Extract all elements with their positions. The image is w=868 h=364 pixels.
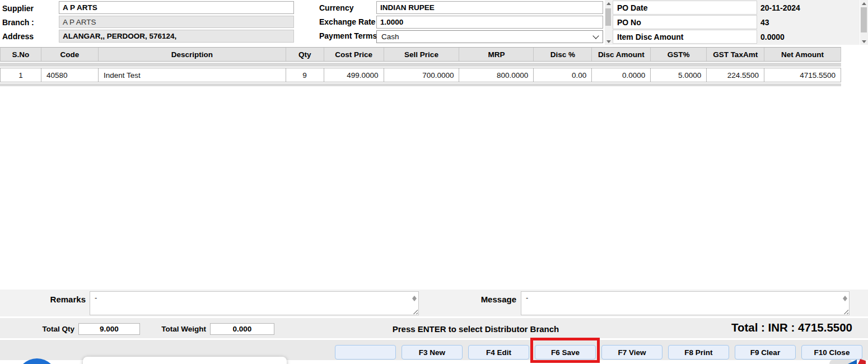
item-disc-amount-value: 0.0000 bbox=[760, 30, 785, 44]
scrollbar-thumb[interactable] bbox=[605, 8, 611, 26]
po-no-value: 43 bbox=[760, 15, 769, 29]
po-date-value: 20-11-2024 bbox=[760, 1, 800, 15]
exchange-rate-value: 1.0000 bbox=[380, 18, 403, 26]
supplier-value: A P ARTS bbox=[63, 3, 97, 12]
table-spacer-bar bbox=[0, 63, 841, 67]
f8-print-button[interactable]: F8 Print bbox=[668, 345, 729, 360]
address-input: ALANGAR,, PERDOOR, 576124, bbox=[59, 30, 294, 43]
cell-gst-pct: 5.0000 bbox=[651, 68, 707, 82]
status-hint: Press ENTER to select Distributor Branch bbox=[348, 324, 603, 334]
items-table: S.No Code Description Qty Cost Price Sel… bbox=[0, 47, 841, 86]
exchange-rate-label: Exchange Rate bbox=[319, 17, 375, 26]
f7-view-button[interactable]: F7 View bbox=[601, 345, 662, 360]
total-weight-input[interactable]: 0.000 bbox=[210, 323, 274, 335]
message-value: - bbox=[526, 293, 528, 302]
blank-button[interactable] bbox=[335, 345, 396, 360]
supplier-label: Supplier bbox=[2, 4, 34, 13]
po-no-row[interactable]: PO No 43 bbox=[613, 15, 856, 29]
col-header-cost-price: Cost Price bbox=[324, 48, 384, 61]
f3-new-button[interactable]: F3 New bbox=[402, 345, 463, 360]
table-header-row: S.No Code Description Qty Cost Price Sel… bbox=[0, 47, 841, 62]
payment-terms-value: Cash bbox=[381, 32, 399, 41]
po-date-label: PO Date bbox=[613, 1, 757, 15]
purchase-order-screen: Supplier A P ARTS Branch : A P ARTS Addr… bbox=[0, 0, 868, 364]
po-no-label: PO No bbox=[613, 15, 757, 29]
f6-save-button[interactable]: F6 Save bbox=[535, 345, 596, 360]
cell-mrp: 800.0000 bbox=[459, 68, 534, 82]
col-header-sno: S.No bbox=[1, 48, 41, 61]
branch-label: Branch : bbox=[2, 18, 34, 27]
address-label: Address bbox=[2, 32, 34, 41]
cell-sno: 1 bbox=[1, 68, 41, 82]
header-scrollbar-left[interactable] bbox=[605, 0, 612, 45]
col-header-description: Description bbox=[99, 48, 286, 61]
spinner-arrows-icon[interactable] bbox=[412, 293, 417, 304]
message-textarea[interactable]: - bbox=[521, 291, 850, 315]
col-header-mrp: MRP bbox=[459, 48, 534, 61]
cell-cost-price: 499.0000 bbox=[324, 68, 384, 82]
scrollbar-thumb[interactable] bbox=[861, 7, 867, 32]
total-qty-value: 9.000 bbox=[100, 325, 119, 333]
col-header-net-amount: Net Amount bbox=[764, 48, 841, 61]
branch-input: A P ARTS bbox=[59, 16, 294, 28]
cell-description: Indent Test bbox=[99, 68, 286, 82]
payment-terms-select[interactable]: Cash bbox=[376, 30, 603, 43]
totals-strip: Total Qty 9.000 Total Weight 0.000 Press… bbox=[0, 318, 868, 338]
spinner-arrows-icon[interactable] bbox=[843, 293, 847, 304]
grand-total: Total : INR : 4715.5500 bbox=[731, 321, 852, 334]
currency-input[interactable]: INDIAN RUPEE bbox=[376, 1, 603, 14]
cell-gst-tax-amt: 224.5500 bbox=[707, 68, 764, 82]
tooltip-card bbox=[83, 357, 287, 364]
col-header-qty: Qty bbox=[286, 48, 324, 61]
currency-value: INDIAN RUPEE bbox=[380, 3, 435, 12]
scroll-up-icon[interactable] bbox=[605, 0, 612, 7]
f4-edit-button[interactable]: F4 Edit bbox=[468, 345, 529, 360]
cell-disc-pct: 0.00 bbox=[534, 68, 592, 82]
cell-sell-price: 700.0000 bbox=[384, 68, 460, 82]
item-disc-amount-label: Item Disc Amount bbox=[613, 30, 757, 44]
payment-terms-label: Payment Terms bbox=[319, 31, 377, 40]
scroll-down-icon[interactable] bbox=[860, 38, 867, 45]
cell-net-amount: 4715.5500 bbox=[764, 68, 841, 82]
col-header-code: Code bbox=[41, 48, 99, 61]
item-disc-amount-row[interactable]: Item Disc Amount 0.0000 bbox=[613, 30, 856, 44]
message-label: Message bbox=[426, 295, 516, 304]
resize-handle-icon[interactable] bbox=[412, 309, 418, 314]
po-header-pane: PO Date 20-11-2024 PO No 43 Item Disc Am… bbox=[612, 0, 860, 45]
total-qty-label: Total Qty bbox=[32, 325, 74, 333]
cell-code: 40580 bbox=[41, 68, 99, 82]
col-header-gst-tax-amt: GST TaxAmt bbox=[707, 48, 764, 61]
address-value: ALANGAR,, PERDOOR, 576124, bbox=[63, 32, 176, 40]
col-header-disc-pct: Disc % bbox=[534, 48, 592, 61]
supplier-input[interactable]: A P ARTS bbox=[59, 1, 294, 14]
header-scrollbar-right[interactable] bbox=[860, 0, 868, 45]
col-header-sell-price: Sell Price bbox=[384, 48, 460, 61]
cell-qty: 9 bbox=[286, 68, 324, 82]
currency-label: Currency bbox=[319, 3, 353, 12]
total-weight-value: 0.000 bbox=[233, 325, 252, 333]
chevron-down-icon bbox=[592, 32, 599, 39]
total-weight-label: Total Weight bbox=[156, 325, 206, 333]
scroll-up-icon[interactable] bbox=[860, 0, 867, 7]
total-qty-input[interactable]: 9.000 bbox=[78, 323, 140, 335]
remarks-value: - bbox=[95, 293, 97, 302]
po-date-row[interactable]: PO Date 20-11-2024 bbox=[613, 1, 856, 15]
col-header-disc-amount: Disc Amount bbox=[592, 48, 651, 61]
table-spacer-bar bbox=[0, 83, 841, 86]
exchange-rate-input[interactable]: 1.0000 bbox=[376, 16, 603, 29]
remarks-strip: Remarks - Message - bbox=[0, 290, 868, 316]
remarks-label: Remarks bbox=[0, 295, 86, 304]
cell-disc-amount: 0.0000 bbox=[592, 68, 651, 82]
branch-value: A P ARTS bbox=[63, 18, 96, 26]
col-header-gst-pct: GST% bbox=[651, 48, 707, 61]
resize-handle-icon[interactable] bbox=[843, 309, 848, 314]
table-row[interactable]: 1 40580 Indent Test 9 499.0000 700.0000 … bbox=[0, 68, 841, 82]
scroll-down-icon[interactable] bbox=[605, 38, 612, 45]
f9-clear-button[interactable]: F9 Clear bbox=[735, 345, 796, 360]
f10-close-button[interactable]: F10 Close bbox=[801, 345, 862, 360]
remarks-textarea[interactable]: - bbox=[90, 291, 419, 315]
